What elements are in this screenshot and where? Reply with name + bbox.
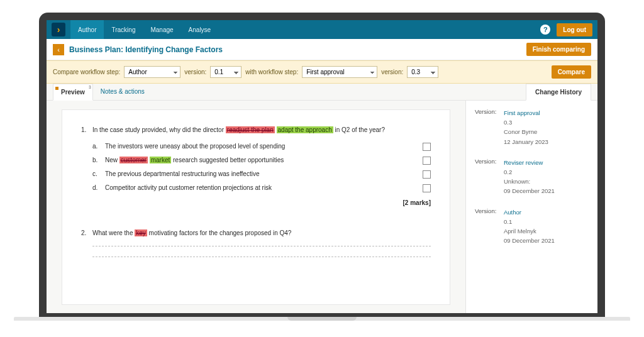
- nav-tab-tracking[interactable]: Tracking: [104, 20, 143, 39]
- history-user: Unknown:: [504, 177, 589, 186]
- tab-notes-actions[interactable]: Notes & actions: [93, 84, 152, 100]
- tab-change-history[interactable]: Change History: [526, 84, 591, 101]
- option-letter: d.: [92, 183, 105, 193]
- tab-preview[interactable]: Preview 3: [53, 84, 93, 101]
- compare-toolbar: Compare workflow step: Author version: 0…: [47, 60, 597, 84]
- history-version: 0.1: [504, 217, 589, 226]
- back-button[interactable]: ‹: [53, 44, 64, 55]
- answer-checkbox[interactable]: [423, 170, 431, 179]
- finish-comparing-button[interactable]: Finish comparing: [526, 43, 591, 56]
- page-title: Business Plan: Identifying Change Factor…: [69, 45, 223, 54]
- history-entry[interactable]: Version: First approval 0.3 Conor Byrne …: [475, 108, 589, 146]
- option-c: c. The previous departmental restructuri…: [92, 169, 431, 179]
- history-user: Conor Byrne: [504, 127, 589, 136]
- diff-deleted: key: [135, 229, 147, 236]
- option-text: The investors were uneasy about the prop…: [105, 141, 408, 152]
- q2-text-pre: What were the: [92, 229, 135, 236]
- compare-version-a-select[interactable]: 0.1: [210, 66, 242, 78]
- nav-tab-manage[interactable]: Manage: [143, 20, 180, 39]
- history-version-label: Version:: [475, 158, 504, 196]
- diff-inserted: market: [150, 157, 172, 163]
- option-b: b. New customer market research suggeste…: [92, 155, 431, 165]
- answer-checkbox[interactable]: [423, 184, 431, 192]
- document-paper: 1. In the case study provided, why did t…: [62, 109, 450, 305]
- top-navbar: › Author Tracking Manage Analyse ? Log o…: [47, 20, 597, 39]
- option-text: Competitor activity put customer retenti…: [105, 183, 408, 193]
- compare-button[interactable]: Compare: [552, 65, 591, 79]
- compare-version-a-label: version:: [184, 69, 206, 75]
- history-version: 0.3: [504, 118, 589, 127]
- option-a: a. The investors were uneasy about the p…: [92, 141, 431, 152]
- question-2: 2. What were the key motivating factors …: [81, 228, 431, 257]
- history-date: 12 January 2023: [504, 137, 589, 146]
- history-step: First approval: [504, 108, 589, 118]
- history-version-label: Version:: [475, 207, 504, 246]
- tab-preview-badge: 3: [89, 85, 91, 89]
- diff-deleted: readjust the plan: [226, 126, 275, 133]
- title-bar: ‹ Business Plan: Identifying Change Fact…: [47, 39, 597, 60]
- answer-options: a. The investors were uneasy about the p…: [92, 141, 431, 193]
- option-letter: c.: [92, 169, 105, 179]
- app-screen: › Author Tracking Manage Analyse ? Log o…: [47, 20, 597, 313]
- history-version-label: Version:: [475, 108, 504, 146]
- answer-blank-lines: [92, 246, 431, 257]
- diff-inserted: adapt the approach: [277, 126, 333, 133]
- history-entry[interactable]: Version: Reviser review 0.2 Unknown: 09 …: [475, 158, 589, 196]
- option-letter: b.: [92, 155, 105, 165]
- option-letter: a.: [92, 141, 105, 152]
- nav-tabs: Author Tracking Manage Analyse: [70, 20, 218, 39]
- history-user: April Melnyk: [504, 226, 589, 236]
- tab-preview-label: Preview: [61, 89, 85, 96]
- compare-step-a-label: Compare workflow step:: [53, 69, 120, 75]
- answer-checkbox[interactable]: [423, 157, 431, 165]
- q1-text-post: in Q2 of the year?: [333, 126, 385, 133]
- opt-b-post: research suggested better opportunities: [171, 157, 284, 163]
- question-1: 1. In the case study provided, why did t…: [81, 125, 431, 219]
- q1-text-pre: In the case study provided, why did the …: [92, 126, 226, 133]
- laptop-frame: › Author Tracking Manage Analyse ? Log o…: [39, 13, 605, 321]
- help-icon[interactable]: ?: [540, 25, 550, 35]
- history-version: 0.2: [504, 167, 589, 177]
- history-date: 09 December 2021: [504, 186, 589, 196]
- laptop-base: [14, 317, 630, 321]
- compare-step-a-select[interactable]: Author: [124, 66, 180, 78]
- body-area: 1. In the case study provided, why did t…: [47, 101, 597, 313]
- question-body: In the case study provided, why did the …: [92, 125, 431, 219]
- history-entry[interactable]: Version: Author 0.1 April Melnyk 09 Dece…: [475, 207, 589, 246]
- marks-label: [2 marks]: [92, 198, 431, 208]
- compare-step-b-select[interactable]: First approval: [302, 66, 377, 78]
- doc-tabs-row: Preview 3 Notes & actions Change History: [47, 84, 597, 101]
- opt-b-pre: New: [105, 157, 119, 163]
- logout-button[interactable]: Log out: [557, 23, 592, 36]
- diff-deleted: customer: [119, 157, 148, 163]
- question-body: What were the key motivating factors for…: [92, 228, 431, 257]
- history-step: Reviser review: [504, 158, 589, 167]
- option-text: The previous departmental restructuring …: [105, 169, 408, 179]
- answer-checkbox[interactable]: [423, 143, 431, 151]
- compare-version-b-select[interactable]: 0.3: [407, 66, 438, 78]
- change-indicator-icon: [55, 87, 58, 90]
- compare-step-b-label: with workflow step:: [245, 69, 298, 75]
- question-number: 1.: [81, 125, 92, 219]
- option-d: d. Competitor activity put customer rete…: [92, 183, 431, 193]
- history-step: Author: [504, 207, 589, 217]
- question-number: 2.: [81, 228, 92, 257]
- change-history-pane: Version: First approval 0.3 Conor Byrne …: [465, 101, 597, 313]
- q2-text-post: motivating factors for the changes propo…: [147, 229, 292, 236]
- app-logo[interactable]: ›: [52, 23, 65, 36]
- nav-tab-analyse[interactable]: Analyse: [181, 20, 219, 39]
- compare-version-b-label: version:: [381, 69, 403, 75]
- preview-pane: 1. In the case study provided, why did t…: [47, 101, 465, 313]
- nav-tab-author[interactable]: Author: [70, 20, 104, 39]
- option-text: New customer market research suggested b…: [105, 155, 408, 165]
- history-date: 09 December 2021: [504, 236, 589, 245]
